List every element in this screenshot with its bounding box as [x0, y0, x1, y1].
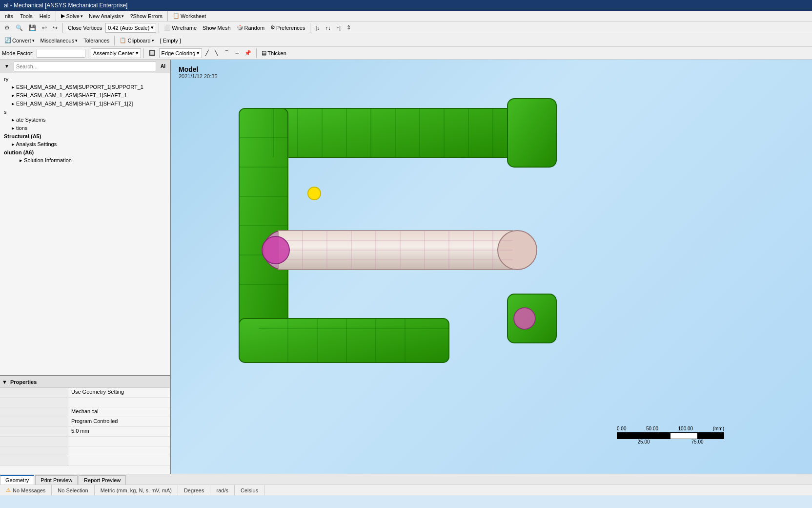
new-analysis-label: New Analysis	[89, 13, 121, 19]
tree-ai-btn[interactable]: AI	[158, 61, 168, 72]
assembly-center-label: Assembly Center	[93, 50, 134, 56]
align-icon4: ⇕	[346, 24, 351, 31]
tab-geometry[interactable]: Geometry	[0, 475, 34, 485]
tree-item[interactable]: ▸ ESH_ASM_ASM_1_ASM|SUPPORT_1|SUPPORT_1	[0, 83, 170, 91]
viewport[interactable]: Model 2021/1/12 20:35	[171, 60, 812, 474]
tb2-btn5[interactable]: ↪	[50, 22, 60, 33]
icon5: ↪	[53, 24, 58, 31]
prop-label	[0, 427, 68, 436]
convert-icon: 🔄	[4, 37, 11, 43]
pin-icon: 📌	[244, 50, 251, 56]
close-vertices-button[interactable]: Close Vertices	[65, 22, 104, 33]
new-analysis-button[interactable]: New Analysis ▾	[86, 11, 126, 21]
pin-btn[interactable]: 📌	[242, 48, 254, 59]
align-btn2[interactable]: ↑↓	[323, 22, 333, 33]
tb2-btn2[interactable]: 🔍	[13, 22, 25, 33]
align-btn4[interactable]: ⇕	[344, 22, 353, 33]
thicken-button[interactable]: ▤ Thicken	[259, 48, 289, 59]
align-btn1[interactable]: |↓	[313, 22, 322, 33]
prop-label	[0, 437, 68, 446]
align-icon2: ↑↓	[325, 25, 331, 31]
edge-angle-btn3[interactable]: ⌒	[222, 48, 232, 59]
solve-button[interactable]: ▶ Solve ▾	[59, 11, 85, 21]
scale-val-2: 100.00	[678, 426, 693, 431]
miscellaneous-button[interactable]: Miscellaneous ▾	[38, 35, 81, 46]
tab-report-preview[interactable]: Report Preview	[79, 475, 126, 485]
prop-row: Program Controlled	[0, 417, 170, 427]
wireframe-button[interactable]: ⬜ Wireframe	[162, 22, 199, 33]
svg-point-43	[514, 308, 535, 329]
prop-value	[68, 456, 170, 466]
sep8	[143, 48, 144, 58]
worksheet-button[interactable]: 📋 Worksheet	[170, 11, 208, 21]
edge-coloring-dropdown[interactable]: Edge Coloring ▾	[159, 48, 203, 58]
tb2-btn4[interactable]: ↩	[40, 22, 49, 33]
mode-factor-input[interactable]	[37, 49, 85, 58]
convert-button[interactable]: 🔄 Convert ▾	[2, 35, 37, 46]
misc-arrow[interactable]: ▾	[75, 38, 78, 43]
bottom-tabs: Geometry Print Preview Report Preview	[0, 474, 812, 485]
preferences-icon: ⚙	[270, 24, 275, 31]
tree-item[interactable]: ▸ tions	[0, 124, 170, 132]
align-icon3: ↑|	[337, 25, 341, 31]
tree-item[interactable]: Structural (A5)	[0, 132, 170, 140]
edge-angle-icon2: ╲	[215, 50, 218, 56]
scale-val-0: 0.00	[617, 426, 626, 431]
assembly-center-dropdown[interactable]: Assembly Center ▾	[91, 48, 141, 58]
scale-sub-0: 25.00	[637, 439, 650, 444]
menu-tools[interactable]: Tools	[17, 12, 36, 20]
3d-model-svg	[200, 79, 615, 397]
menu-units[interactable]: nits	[2, 12, 16, 20]
tb2-btn3[interactable]: 💾	[26, 22, 39, 33]
convert-arrow[interactable]: ▾	[32, 38, 35, 43]
scale-unit: (mm)	[713, 426, 724, 431]
tree-item[interactable]: ▸ ESH_ASM_ASM_1_ASM|SHAFT_1|SHAFT_1[2]	[0, 100, 170, 108]
menu-help[interactable]: Help	[37, 12, 54, 20]
thicken-label: Thicken	[267, 50, 286, 56]
solve-dropdown-arrow[interactable]: ▾	[81, 14, 83, 19]
edge-angle-icon1: ╱	[205, 50, 209, 56]
props-header-collapse[interactable]: ▼	[2, 379, 7, 385]
show-errors-button[interactable]: ?Show Errors	[127, 11, 165, 21]
empty-button[interactable]: [ Empty ]	[158, 35, 183, 46]
tolerances-button[interactable]: Tolerances	[81, 35, 112, 46]
edge-angle-btn2[interactable]: ╲	[212, 48, 221, 59]
auto-scale-dropdown[interactable]: 0.42 (Auto Scale) ▾	[105, 23, 156, 33]
model-title: Model	[179, 65, 218, 73]
align-btn3[interactable]: ↑|	[334, 22, 343, 33]
edge-angle-btn4[interactable]: ⌣	[233, 48, 241, 59]
show-mesh-button[interactable]: Show Mesh	[200, 22, 233, 33]
solve-label: Solve	[66, 13, 80, 19]
tree-item[interactable]: ▸ Solution Information	[0, 156, 170, 165]
edge-coloring-icon-btn[interactable]: 🔲	[146, 48, 158, 59]
tree-filter-btn[interactable]: ▼	[2, 61, 12, 72]
prop-value	[68, 446, 170, 456]
tree-item[interactable]: ▸ ate Systems	[0, 116, 170, 124]
prop-value: Use Geometry Setting	[68, 388, 170, 397]
tree-item[interactable]: olution (A6)	[0, 148, 170, 156]
edge-angle-btn1[interactable]: ╱	[203, 48, 211, 59]
solve-icon: ▶	[61, 13, 65, 19]
edge-angle-icon4: ⌣	[235, 50, 239, 56]
status-angle-unit-text: Degrees	[184, 487, 204, 493]
tb2-btn1[interactable]: ⚙	[2, 22, 12, 33]
prop-value	[68, 437, 170, 446]
tab-print-preview[interactable]: Print Preview	[35, 475, 78, 485]
clipboard-arrow[interactable]: ▾	[152, 38, 154, 43]
tree-item[interactable]: ry	[0, 75, 170, 83]
icon4: ↩	[42, 24, 47, 31]
tree-search-input[interactable]	[14, 62, 156, 71]
prop-row: Mechanical	[0, 407, 170, 417]
preferences-button[interactable]: ⚙ Preferences	[268, 22, 307, 33]
tree-item[interactable]: ▸ ESH_ASM_ASM_1_ASM|SHAFT_1|SHAFT_1	[0, 91, 170, 100]
status-units: Metric (mm, kg, N, s, mV, mA)	[95, 485, 178, 495]
new-analysis-arrow[interactable]: ▾	[122, 14, 124, 19]
prop-row: Use Geometry Setting	[0, 388, 170, 398]
tree-item[interactable]: s	[0, 108, 170, 116]
props-header-label: Properties	[10, 379, 37, 385]
clipboard-button[interactable]: 📋 Clipboard ▾	[117, 35, 156, 46]
random-button[interactable]: 🎲 Random	[234, 22, 267, 33]
edge-angle-icon3: ⌒	[224, 49, 229, 57]
tree-content: ry▸ ESH_ASM_ASM_1_ASM|SUPPORT_1|SUPPORT_…	[0, 73, 170, 167]
tree-item[interactable]: ▸ Analysis Settings	[0, 140, 170, 148]
